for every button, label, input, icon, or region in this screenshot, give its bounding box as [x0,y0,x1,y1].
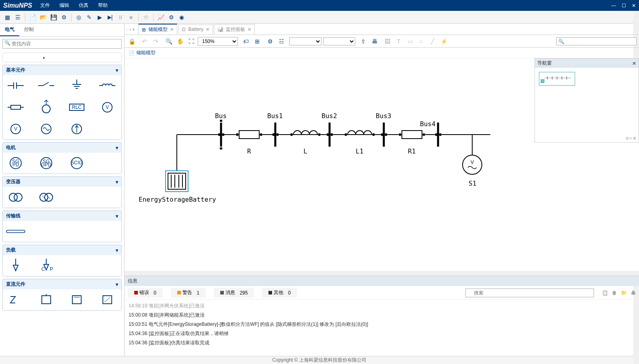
sg-gpd-icon[interactable]: SGGPD [37,156,56,170]
fit-icon[interactable]: ⛶ [186,37,196,46]
scope-icon[interactable]: ◉ [177,12,186,22]
tab-electric[interactable]: 电气 [0,24,19,36]
dc1-icon[interactable] [6,292,25,307]
canvas-search-input[interactable] [556,37,637,45]
resistor-R1[interactable] [402,131,422,139]
step-icon[interactable]: ▶| [105,12,115,22]
menu-help[interactable]: 帮助 [98,2,108,9]
message-row[interactable]: 15:03:51 电气元件[EnergyStorageBattery]-[数值积… [129,320,635,329]
target-icon[interactable]: ◎ [74,12,84,22]
close-icon[interactable]: ✕ [170,27,174,32]
message-search-input[interactable] [465,288,594,297]
navigator-controls[interactable]: ⊟ ━ ⊞ [626,136,636,140]
export-icon[interactable]: ⇪ [358,37,368,46]
zoom-icon[interactable]: 🔍 [164,37,174,46]
print-icon[interactable]: 🖶 [370,37,379,46]
tag-icon[interactable]: 🏷 [241,37,251,46]
dc2-icon[interactable] [37,292,56,307]
inductor-L1[interactable] [348,131,372,135]
section-basic-head[interactable]: 基本元件 [3,65,121,75]
pan-icon[interactable]: ✋ [175,37,185,46]
lock-icon[interactable]: 🔒 [127,37,137,46]
load-cvp-icon[interactable]: CP [37,258,56,273]
message-row[interactable]: 15:04:36 [监控面板]仿真结果读取完成 [129,338,635,348]
center-icon[interactable]: ⊞ [252,37,262,46]
filter-errors[interactable]: 错误 0 [128,288,163,298]
play-icon[interactable]: ▶ [95,12,104,22]
battery-element[interactable] [166,171,188,192]
message-row[interactable]: 15:04:36 [监控面板]正在读取仿真结果，请稍候 [129,329,635,338]
bus-element[interactable] [218,120,224,149]
settings-icon[interactable]: ⚙ [59,12,69,22]
search-input[interactable] [2,39,122,49]
open-icon[interactable]: 📂 [38,12,48,22]
zoom-select[interactable]: 150% [198,37,238,46]
list-icon[interactable]: ☰ [13,12,23,22]
ac-source-icon[interactable] [37,122,56,136]
close-icon[interactable]: ✕ [206,27,209,32]
tab-monitor[interactable]: 📊 监控面板 ✕ [214,24,255,35]
chart-icon[interactable]: 📈 [156,12,166,22]
save-icon[interactable]: 💾 [49,12,58,22]
tab-next-icon[interactable]: › [133,27,134,32]
capacitor-icon[interactable] [6,78,25,93]
print2-icon[interactable]: 🖶 [631,290,636,296]
tab-model[interactable]: ⊞ 储能模型 ✕ [138,24,177,35]
tab-home-icon[interactable]: ▫ [126,27,128,32]
scig-icon[interactable]: SCIG [67,156,86,170]
combo1[interactable] [289,37,322,45]
maximize-icon[interactable]: ☐ [622,3,626,8]
switch-icon[interactable] [37,78,56,93]
combo2[interactable] [323,37,355,45]
filter-messages[interactable]: 消息 295 [214,288,254,298]
delete-icon[interactable]: 🗑 [612,290,617,296]
rlc-icon[interactable]: RLC [67,100,86,115]
transformer2-icon[interactable] [37,190,56,204]
section-load-head[interactable]: 负载 [3,245,121,255]
dc4-icon[interactable] [98,292,117,307]
filter-warnings[interactable]: 警告 1 [171,288,206,298]
message-row[interactable]: 15:00:08 项目[并网储能系统]已激活 [129,311,635,320]
inductor-L[interactable] [293,131,317,135]
bus3-element[interactable] [381,123,387,147]
tab-prev-icon[interactable]: ‹ [129,27,131,32]
copy-icon[interactable]: 📋 [602,290,608,296]
voltmeter2-icon[interactable]: V [6,122,25,136]
new-icon[interactable]: 📄 [28,12,37,22]
section-dc-head[interactable]: 直流元件 [3,279,121,289]
navigator-minimap[interactable] [539,72,575,86]
sliders-icon[interactable]: ⚙ [166,12,176,22]
menu-edit[interactable]: 编辑 [59,2,69,9]
inductor-icon[interactable] [98,78,117,93]
bus4-element[interactable] [435,123,441,147]
section-transmission-head[interactable]: 传输线 [3,211,121,221]
edit-icon[interactable]: ✎ [84,12,94,22]
bus2-element[interactable] [327,123,333,147]
dc3-icon[interactable] [67,292,86,307]
gear-icon[interactable]: ⚙ [265,37,275,46]
close-icon[interactable]: ✕ [248,27,251,32]
tab-battery[interactable]: ⊡ Battery ✕ [178,25,213,34]
section-motor-head[interactable]: 电机 [3,143,121,153]
transformer1-icon[interactable] [6,190,25,204]
resistor-R[interactable] [239,131,259,139]
sg-pd-icon[interactable]: SGPD [6,156,25,170]
ground-icon[interactable] [67,78,86,93]
menu-file[interactable]: 文件 [40,2,50,9]
tab-control[interactable]: 控制 [19,24,39,36]
folder-icon[interactable]: 📁 [621,290,627,296]
breadcrumb-label[interactable]: 储能模型 [136,49,156,56]
voltmeter-icon[interactable]: V [98,100,117,115]
navigator-close-icon[interactable]: ✕ [632,61,636,66]
minimize-icon[interactable]: — [611,3,616,8]
source1-icon[interactable] [37,100,56,115]
section-transformer-head[interactable]: 变压器 [3,177,121,187]
canvas[interactable]: 导航窗 ✕ ⊟ ━ ⊞ [125,58,639,276]
close-icon[interactable]: ✕ [632,3,636,8]
bus1-element[interactable] [272,123,279,147]
filter-other[interactable]: 其他 0 [262,288,297,298]
resistor-icon[interactable] [6,100,25,115]
layers-icon[interactable]: ☷ [276,37,286,46]
load1-icon[interactable] [6,258,25,273]
line-icon[interactable] [6,224,25,239]
